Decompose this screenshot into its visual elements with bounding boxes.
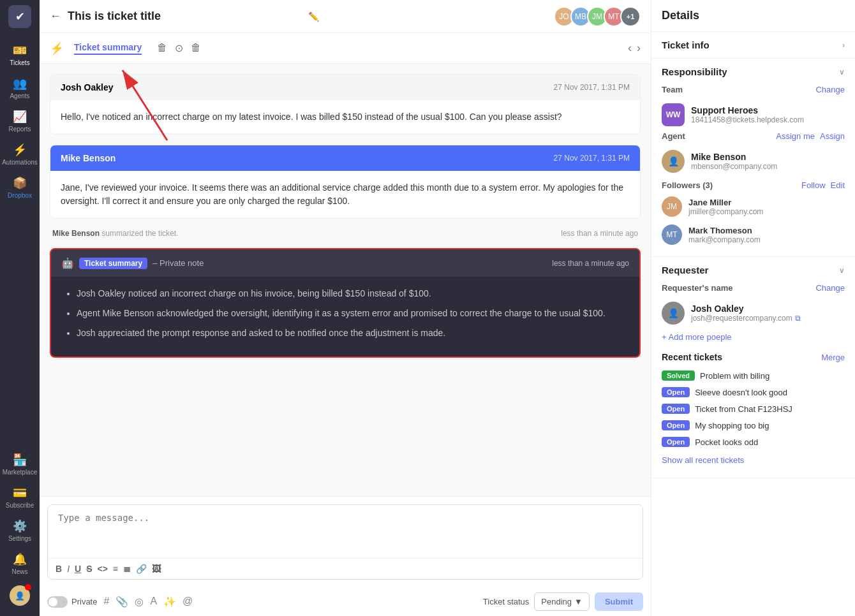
marketplace-icon: 🏪 [13, 453, 27, 467]
responsibility-header[interactable]: Responsibility ∨ [651, 59, 855, 85]
requester-change-button[interactable]: Change [815, 283, 845, 293]
compose-area: B I U S <> ≡ ≣ 🔗 🖼 Private # 📎 ◎ A ✨ [40, 496, 651, 616]
ticket-status-badge-3: Open [662, 420, 690, 430]
text-color-icon[interactable]: A [150, 596, 157, 608]
bold-button[interactable]: B [56, 564, 62, 574]
unordered-list-button[interactable]: ≡ [113, 564, 118, 574]
activity-time: less than a minute ago [561, 229, 638, 238]
activity-row: Mike Benson summarized the ticket. less … [50, 229, 641, 238]
page-title: This is ticket title [68, 10, 303, 23]
mention-icon[interactable]: @ [182, 596, 193, 608]
message-header-2: Mike Benson 27 Nov 2017, 1:31 PM [50, 145, 640, 171]
sidebar-item-tickets[interactable]: 🎫 Tickets [0, 38, 40, 71]
compose-box: B I U S <> ≡ ≣ 🔗 🖼 [47, 504, 643, 580]
follower-avatar-1: MT [662, 224, 682, 245]
archive-icon[interactable]: 🗑 [157, 42, 167, 54]
details-panel: Details Ticket info › Responsibility ∨ T… [651, 0, 855, 616]
ticket-info-header[interactable]: Ticket info › [651, 32, 855, 58]
ticket-row-2[interactable]: Open Ticket from Chat F123HSJ [662, 400, 845, 417]
sidebar-item-reports[interactable]: 📈 Reports [0, 105, 40, 138]
sidebar-item-marketplace[interactable]: 🏪 Marketplace [0, 448, 40, 481]
followers-label: Followers (3) [662, 180, 713, 190]
info-icon[interactable]: ⊙ [175, 42, 183, 54]
sidebar-item-label: Subscribe [6, 502, 34, 509]
ticket-row-4[interactable]: Open Pocket looks odd [662, 434, 845, 450]
target-icon[interactable]: ◎ [135, 596, 144, 608]
summary-private-label: – Private note [152, 258, 204, 268]
follower-item-0: JM Jane Miller jmiller@company.com [662, 193, 845, 221]
sidebar-item-agents[interactable]: 👥 Agents [0, 71, 40, 105]
responsibility-chevron: ∨ [839, 68, 845, 77]
responsibility-section: Responsibility ∨ Team Change WW Support … [651, 59, 855, 257]
prev-ticket-button[interactable]: ‹ [628, 41, 632, 55]
sidebar-item-settings[interactable]: ⚙️ Settings [0, 514, 40, 547]
add-more-people-button[interactable]: + Add more poeple [662, 330, 845, 347]
ticket-toolbar: ⚡ Ticket summary 🗑 ⊙ 🗑 ‹ › [40, 33, 651, 64]
avatar[interactable]: 👤 [10, 585, 30, 606]
next-ticket-button[interactable]: › [637, 41, 641, 55]
copy-email-button[interactable]: ⧉ [795, 314, 801, 323]
sidebar-item-label: Marketplace [3, 469, 37, 476]
summary-list: Josh Oakley noticed an incorrect charge … [66, 287, 624, 340]
follow-button[interactable]: Follow [801, 180, 826, 190]
bolt-icon[interactable]: ⚡ [50, 41, 64, 55]
link-button[interactable]: 🔗 [136, 564, 147, 574]
ticket-status-badge-0: Solved [662, 370, 695, 381]
sidebar-item-dropbox[interactable]: 📦 Dropbox [0, 171, 40, 204]
assign-me-button[interactable]: Assign me [776, 131, 815, 141]
notification-badge [25, 584, 31, 590]
merge-button[interactable]: Merge [821, 353, 845, 362]
follower-name-0: Jane Miller [688, 198, 763, 207]
ticket-status-badge-2: Open [662, 404, 690, 414]
sparkle-icon[interactable]: ✨ [163, 596, 176, 608]
ticket-row-3[interactable]: Open My shopping too big [662, 417, 845, 434]
compose-formatting-toolbar: B I U S <> ≡ ≣ 🔗 🖼 [48, 558, 643, 579]
ordered-list-button[interactable]: ≣ [123, 564, 131, 574]
message-time-1: 27 Nov 2017, 1:31 PM [554, 83, 630, 92]
underline-button[interactable]: U [75, 564, 81, 574]
team-change-button[interactable]: Change [815, 85, 845, 94]
italic-button[interactable]: I [67, 564, 70, 574]
ticket-summary-tab[interactable]: Ticket summary [74, 42, 142, 55]
status-dropdown[interactable]: Pending ▼ [534, 592, 590, 611]
ticket-title-1: Sleeve doesn't look good [695, 388, 787, 397]
image-button[interactable]: 🖼 [152, 564, 161, 574]
status-selected: Pending [541, 597, 572, 606]
message-input[interactable] [48, 505, 643, 556]
details-title: Details [651, 0, 855, 32]
follower-avatar-0: JM [662, 196, 682, 217]
code-button[interactable]: <> [97, 564, 107, 574]
topbar: ← This is ticket title ✏️ JO MB JM MT +1 [40, 0, 651, 33]
attachment-icon[interactable]: 📎 [115, 596, 128, 608]
message-time-2: 27 Nov 2017, 1:31 PM [554, 154, 630, 163]
requester-header[interactable]: Requester ∨ [651, 257, 855, 283]
back-button[interactable]: ← [50, 10, 61, 23]
app-logo: ✔ [8, 5, 31, 28]
agent-card: 👤 Mike Benson mbenson@company.com [662, 145, 845, 178]
strikethrough-button[interactable]: S [86, 564, 92, 574]
summary-card: 🤖 Ticket summary – Private note less tha… [50, 248, 641, 358]
summary-header-left: 🤖 Ticket summary – Private note [61, 257, 204, 269]
toolbar-action-icons: 🗑 ⊙ 🗑 [157, 42, 201, 54]
ticket-status-badge-4: Open [662, 437, 690, 447]
sidebar-item-subscribe[interactable]: 💳 Subscribe [0, 481, 40, 514]
edit-icon[interactable]: ✏️ [308, 11, 319, 22]
submit-button[interactable]: Submit [595, 592, 643, 611]
show-all-tickets-button[interactable]: Show all recent tickets [662, 450, 845, 470]
toolbar-nav: ‹ › [628, 41, 641, 55]
requester-card: 👤 Josh Oakley josh@requestercompany.com … [662, 297, 845, 330]
sidebar-item-automations[interactable]: ⚡ Automations [0, 138, 40, 171]
agent-avatar: 👤 [662, 150, 685, 173]
ticket-row-0[interactable]: Solved Problem with biling [662, 367, 845, 384]
assign-button[interactable]: Assign [820, 131, 845, 141]
hashtag-icon[interactable]: # [103, 596, 109, 608]
ticket-row-1[interactable]: Open Sleeve doesn't look good [662, 384, 845, 400]
summary-time: less than a minute ago [552, 259, 629, 268]
delete-icon[interactable]: 🗑 [191, 42, 201, 54]
sidebar-item-news[interactable]: 🔔 News [0, 547, 40, 580]
footer-icons: # 📎 ◎ A ✨ @ [103, 596, 193, 608]
private-switch[interactable] [47, 596, 68, 608]
avatar-overflow-count: +1 [620, 6, 641, 27]
summary-body: Josh Oakley noticed an incorrect charge … [51, 277, 639, 356]
edit-followers-button[interactable]: Edit [831, 180, 845, 190]
